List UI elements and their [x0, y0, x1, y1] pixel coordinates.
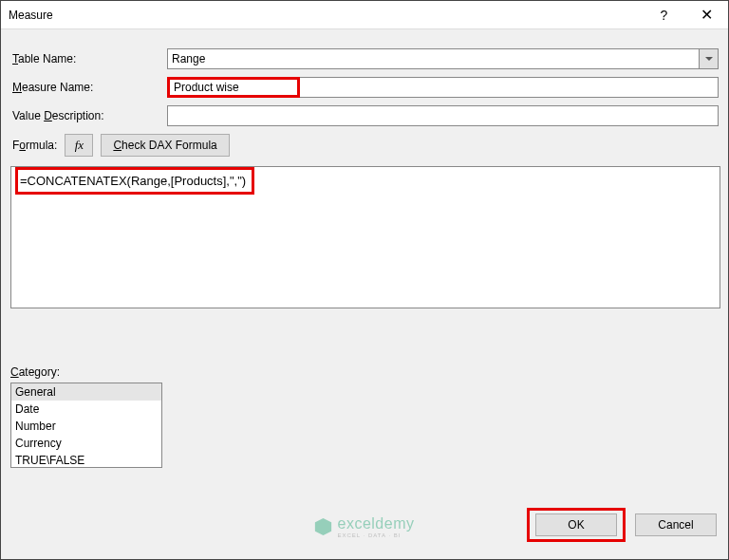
table-name-field[interactable] [167, 48, 700, 69]
table-name-row: Table Name: [10, 48, 719, 69]
category-listbox[interactable]: General Date Number Currency TRUE\FALSE [10, 383, 162, 468]
formula-textarea[interactable]: =CONCATENATEX(Range,[Products],",") [10, 166, 720, 308]
category-section: Category: General Date Number Currency T… [10, 365, 719, 468]
measure-name-row: Measure Name: [10, 77, 719, 98]
measure-name-field[interactable] [167, 77, 300, 98]
ok-highlight: OK [527, 508, 626, 542]
value-description-label: Value Description: [10, 109, 167, 122]
watermark: exceldemy EXCEL · DATA · BI [315, 515, 415, 538]
list-item[interactable]: General [11, 383, 161, 401]
close-button[interactable]: ✕ [685, 1, 728, 29]
help-button[interactable]: ? [643, 1, 685, 29]
list-item[interactable]: Date [11, 401, 161, 418]
titlebar: Measure ? ✕ [1, 1, 728, 29]
list-item[interactable]: TRUE\FALSE [11, 452, 161, 468]
list-item[interactable]: Number [11, 418, 161, 435]
measure-name-label: Measure Name: [10, 81, 167, 94]
cancel-button[interactable]: Cancel [635, 513, 717, 536]
chevron-down-icon [705, 57, 713, 61]
list-item[interactable]: Currency [11, 435, 161, 452]
formula-text: =CONCATENATEX(Range,[Products],",") [15, 167, 254, 195]
formula-row: Formula: fx Check DAX Formula [10, 134, 719, 157]
value-description-row: Value Description: [10, 105, 719, 126]
table-name-dropdown-button[interactable] [700, 48, 719, 69]
table-name-label: Table Name: [10, 52, 167, 65]
measure-dialog: Measure ? ✕ Table Name: Measure Name: [0, 0, 729, 560]
formula-label: Formula: [10, 139, 57, 152]
table-name-dropdown[interactable] [167, 48, 719, 69]
category-label: Category: [10, 365, 719, 379]
dialog-content: Table Name: Measure Name: Value Descript… [1, 29, 728, 477]
dialog-buttons: OK Cancel [527, 508, 717, 542]
value-description-field[interactable] [167, 105, 719, 126]
window-title: Measure [9, 9, 643, 22]
ok-button[interactable]: OK [535, 513, 617, 536]
measure-name-field-ext[interactable] [300, 77, 719, 98]
fx-button[interactable]: fx [65, 134, 93, 157]
check-dax-button[interactable]: Check DAX Formula [101, 134, 229, 157]
watermark-icon [315, 518, 332, 535]
